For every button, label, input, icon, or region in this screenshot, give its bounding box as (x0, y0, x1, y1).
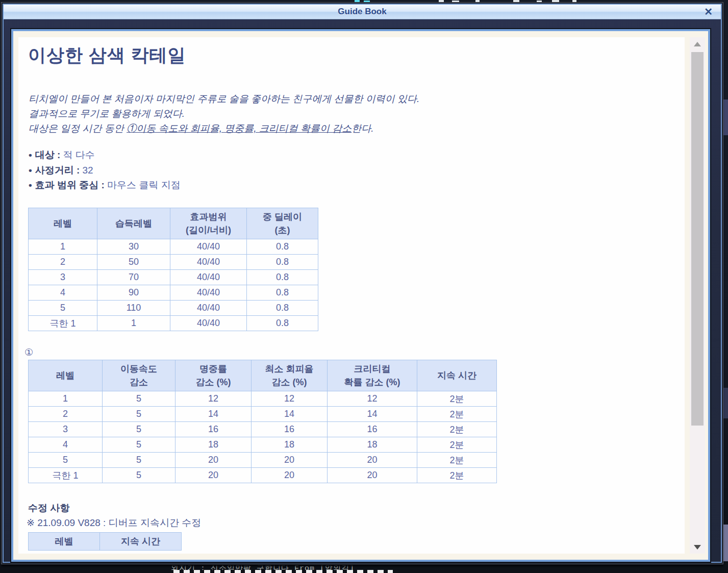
table-cell: 14 (252, 407, 328, 422)
window-title: Guide Book (4, 7, 721, 17)
table-row: 13040/400.8 (29, 239, 318, 255)
screen: 40 [3/ 엘 동 외지기 : 신소일만팍 구합니다 From [악의길] G… (0, 0, 728, 573)
close-icon[interactable]: ✕ (704, 6, 713, 18)
column-header: 지속 시간 (417, 360, 497, 391)
table-cell: 0.8 (247, 301, 318, 316)
bullet-item: •대상 : 적 다수 (29, 147, 181, 163)
column-header: 레벨 (29, 360, 103, 391)
table-cell: 16 (328, 422, 417, 437)
table-cell: 20 (328, 453, 417, 468)
description-line: 티치엘이 만들어 본 처음이자 마지막인 주류로 술을 좋아하는 친구에게 선물… (29, 91, 419, 106)
table-row: 552020202분 (29, 453, 497, 468)
scroll-up-button[interactable] (690, 38, 705, 49)
table-cell: 20 (175, 453, 252, 468)
bullet-item: •사정거리 : 32 (29, 163, 181, 178)
background-chat-text: 외지기 : 신소일만팍 구합니다 From [악의길] (171, 563, 467, 570)
background-fragment (572, 0, 576, 3)
background-fragment (452, 1, 459, 3)
table-cell: 40/40 (170, 316, 247, 331)
table-cell: 2 (29, 407, 103, 422)
table-cell: 0.8 (247, 255, 318, 270)
table-cell: 1 (97, 316, 170, 331)
skill-level-table: 레벨습득레벨효과범위 (길이/너비)중 딜레이 (초)13040/400.825… (28, 208, 318, 331)
table-cell: 18 (252, 437, 328, 453)
table-cell: 40/40 (170, 285, 247, 301)
attribute-list: •대상 : 적 다수 •사정거리 : 32 •효과 범위 중심 : 마우스 클릭… (29, 147, 181, 193)
column-header: 중 딜레이 (초) (247, 208, 318, 239)
table-cell: 0.8 (247, 270, 318, 285)
table-cell: 2분 (417, 422, 497, 437)
column-header: 명중률 감소 (%) (175, 360, 252, 391)
guide-book-window: Guide Book ✕ 이상한 삼색 칵테일 티치엘이 만들어 본 처음이자 … (3, 4, 722, 563)
table-cell: 40/40 (170, 270, 247, 285)
table-cell: 2분 (417, 468, 497, 483)
table-cell: 40/40 (170, 239, 247, 255)
column-header: 효과범위 (길이/너비) (170, 208, 247, 239)
header-row: 레벨지속 시간 (29, 533, 182, 551)
bullet-icon: • (29, 150, 32, 160)
table-cell: 극한 1 (29, 468, 103, 483)
table-cell: 14 (328, 407, 417, 422)
table-cell: 0.8 (247, 316, 318, 331)
table-row: 151212122분 (29, 391, 497, 407)
document-area: 이상한 삼색 칵테일 티치엘이 만들어 본 처음이자 마지막인 주류로 술을 좋… (18, 37, 685, 554)
table-cell: 30 (97, 239, 170, 255)
description: 티치엘이 만들어 본 처음이자 마지막인 주류로 술을 좋아하는 친구에게 선물… (29, 91, 419, 136)
table-row: 49040/400.8 (29, 285, 318, 301)
content-panel: 이상한 삼색 칵테일 티치엘이 만들어 본 처음이자 마지막인 주류로 술을 좋… (11, 29, 710, 562)
revision-heading: 수정 사항 (28, 502, 69, 515)
scroll-down-button[interactable] (690, 541, 705, 553)
table-cell: 0.8 (247, 239, 318, 255)
table-cell: 110 (97, 301, 170, 316)
table-row: 251414142분 (29, 407, 497, 422)
description-line: 대상은 일정 시간 동안 ①이동 속도와 회피율, 명중률, 크리티컬 확률이 … (29, 121, 419, 136)
table-cell: 3 (29, 270, 97, 285)
footnote-mark: ① (24, 346, 33, 358)
table-cell: 5 (103, 391, 175, 407)
table-cell: 12 (175, 391, 252, 407)
page-title: 이상한 삼색 칵테일 (28, 43, 186, 67)
table-cell: 4 (29, 437, 103, 453)
table-cell: 20 (328, 468, 417, 483)
table-cell: 40/40 (170, 255, 247, 270)
table-cell: 0.8 (247, 285, 318, 301)
table-cell: 1 (29, 391, 103, 407)
table-cell: 1 (29, 239, 97, 255)
column-header: 레벨 (29, 533, 100, 551)
column-header: 레벨 (29, 208, 97, 239)
bullet-icon: • (29, 165, 32, 176)
table-cell: 5 (103, 468, 175, 483)
table-cell: 2분 (417, 407, 497, 422)
document: 이상한 삼색 칵테일 티치엘이 만들어 본 처음이자 마지막인 주류로 술을 좋… (18, 37, 685, 554)
debuff-table: 레벨이동속도 감소명중률 감소 (%)최소 회피율 감소 (%)크리티컬 확률 … (28, 360, 497, 483)
header-row: 레벨습득레벨효과범위 (길이/너비)중 딜레이 (초) (29, 208, 318, 239)
scrollbar[interactable] (690, 37, 705, 554)
background-chat-fragment (173, 570, 393, 573)
column-header: 습득레벨 (97, 208, 170, 239)
titlebar[interactable]: Guide Book ✕ (4, 5, 721, 19)
table-cell: 극한 1 (29, 316, 97, 331)
bullet-icon: • (29, 180, 32, 190)
table-cell: 20 (252, 468, 328, 483)
column-header: 이동속도 감소 (103, 360, 175, 391)
background-fragment (513, 0, 519, 3)
table-cell: 12 (252, 391, 328, 407)
table-row: 극한 152020202분 (29, 468, 497, 483)
table-cell: 2분 (417, 437, 497, 453)
table-cell: 50 (97, 255, 170, 270)
table-cell: 20 (175, 468, 252, 483)
scrollbar-thumb[interactable] (691, 52, 704, 426)
background-fragment (552, 0, 559, 3)
table-row: 451818182분 (29, 437, 497, 453)
table-row: 25040/400.8 (29, 255, 318, 270)
description-line: 결과적으로 무기로 활용하게 되었다. (29, 106, 419, 121)
revision-table: 레벨지속 시간 (28, 532, 182, 551)
table-row: 511040/400.8 (29, 301, 318, 316)
table-cell: 18 (175, 437, 252, 453)
table-cell: 5 (29, 301, 97, 316)
table-cell: 14 (175, 407, 252, 422)
table-cell: 20 (252, 453, 328, 468)
header-row: 레벨이동속도 감소명중률 감소 (%)최소 회피율 감소 (%)크리티컬 확률 … (29, 360, 497, 391)
table-cell: 2분 (417, 453, 497, 468)
table-cell: 18 (328, 437, 417, 453)
